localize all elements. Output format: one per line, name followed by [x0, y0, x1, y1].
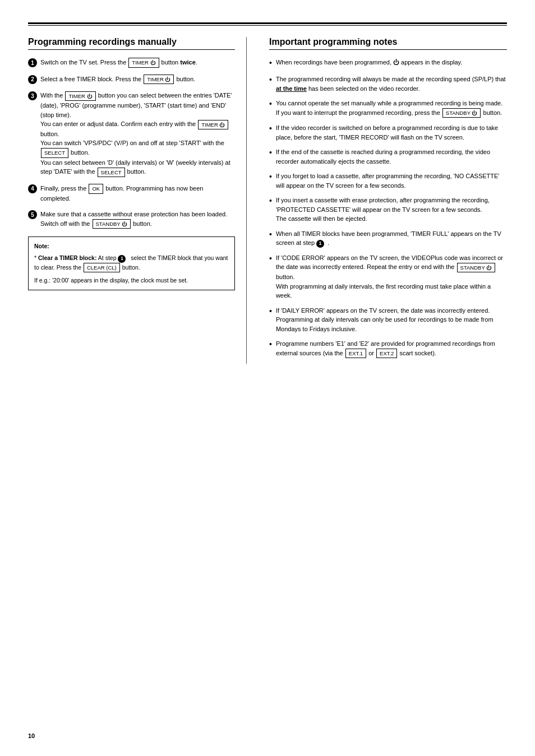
top-rule2 — [28, 25, 507, 26]
timer-btn-3: TIMER ⏻ — [65, 91, 95, 101]
bullet-1-text: When recordings have been programmed, ⏻ … — [276, 58, 507, 67]
ok-btn: OK — [89, 184, 103, 193]
step-num-1: 1 — [28, 58, 37, 67]
step-5-content: Make sure that a cassette without erase … — [40, 210, 235, 229]
bullet-6-text: If you forget to load a cassette, after … — [276, 171, 507, 190]
select-btn-3b: SELECT — [98, 168, 125, 177]
timer-btn-2: TIMER ⏻ — [144, 75, 174, 84]
left-section-title: Programming recordings manually — [28, 37, 235, 50]
note-box: Note: * Clear a TIMER block: At step 1 s… — [28, 236, 235, 290]
step-num-4: 4 — [28, 184, 37, 193]
step-2-content: Select a free TIMER block. Press the TIM… — [40, 75, 235, 85]
bullet-11-text: Programme numbers 'E1' and 'E2' are prov… — [276, 339, 507, 358]
step-1-content: Switch on the TV set. Press the TIMER ⏻ … — [40, 58, 235, 68]
timer-btn-3b: TIMER ⏻ — [198, 120, 228, 129]
top-rule — [28, 22, 507, 24]
bullet-list: When recordings have been programmed, ⏻ … — [269, 58, 507, 358]
step-2: 2 Select a free TIMER block. Press the T… — [28, 75, 235, 85]
ext2-btn: EXT.2 — [376, 349, 397, 358]
step-3: 3 With the TIMER ⏻ button you can select… — [28, 91, 235, 177]
bullet-4-text: If the video recorder is switched on bef… — [276, 123, 507, 142]
step-num-3: 3 — [28, 91, 37, 100]
bullet-3-text: You cannot operate the set manually whil… — [276, 99, 507, 118]
bullet-10: If 'DAILY ERROR' appears on the TV scree… — [269, 306, 507, 334]
step-4: 4 Finally, press the OK button. Programm… — [28, 184, 235, 203]
standby-btn-r3: STANDBY ⏻ — [442, 108, 481, 118]
bullet-7: If you insert a cassette with erase prot… — [269, 196, 507, 224]
standby-btn-5: STANDBY ⏻ — [93, 219, 131, 229]
bullet-5-text: If the end of the cassette is reached du… — [276, 147, 507, 166]
step-1: 1 Switch on the TV set. Press the TIMER … — [28, 58, 235, 68]
step-4-content: Finally, press the OK button. Programmin… — [40, 184, 235, 203]
note-line-1: * Clear a TIMER block: At step 1 select … — [34, 253, 229, 273]
bullet-3: You cannot operate the set manually whil… — [269, 99, 507, 118]
clear-btn: CLEAR (CL) — [84, 263, 120, 272]
note-title: Note: — [34, 242, 229, 251]
bullet-9-text: If 'CODE ERROR' appears on the TV screen… — [276, 253, 507, 300]
bullet-2: The programmed recording will always be … — [269, 75, 507, 93]
select-btn-3a: SELECT — [41, 148, 68, 157]
bullet-11: Programme numbers 'E1' and 'E2' are prov… — [269, 339, 507, 358]
bullet-8-text: When all TIMER blocks have been programm… — [276, 229, 507, 248]
left-column: Programming recordings manually 1 Switch… — [28, 37, 247, 364]
note-line-2: If e.g.: '20:00' appears in the display,… — [34, 276, 229, 285]
timer-btn-1: TIMER ⏻ — [128, 58, 159, 67]
ext1-btn: EXT.1 — [345, 349, 366, 358]
bullet-5: If the end of the cassette is reached du… — [269, 147, 507, 166]
bullet-7-text: If you insert a cassette with erase prot… — [276, 196, 507, 224]
right-column: Important programming notes When recordi… — [264, 37, 507, 364]
step-num-5: 5 — [28, 210, 37, 219]
right-section-title: Important programming notes — [269, 37, 507, 50]
bullet-8: When all TIMER blocks have been programm… — [269, 229, 507, 248]
step-num-2: 2 — [28, 75, 37, 84]
page-number: 10 — [28, 732, 35, 739]
bullet-9: If 'CODE ERROR' appears on the TV screen… — [269, 253, 507, 300]
bullet-4: If the video recorder is switched on bef… — [269, 123, 507, 142]
bullet-6: If you forget to load a cassette, after … — [269, 171, 507, 190]
bullet-8-step: 1 — [316, 240, 324, 248]
bullet-10-text: If 'DAILY ERROR' appears on the TV scree… — [276, 306, 507, 334]
note-step-num: 1 — [118, 255, 126, 263]
bullet-1: When recordings have been programmed, ⏻ … — [269, 58, 507, 69]
step-3-content: With the TIMER ⏻ button you can select b… — [40, 91, 235, 177]
bullet-2-text: The programmed recording will always be … — [276, 75, 507, 93]
standby-btn-r9: STANDBY ⏻ — [457, 263, 496, 272]
step-5: 5 Make sure that a cassette without eras… — [28, 210, 235, 229]
